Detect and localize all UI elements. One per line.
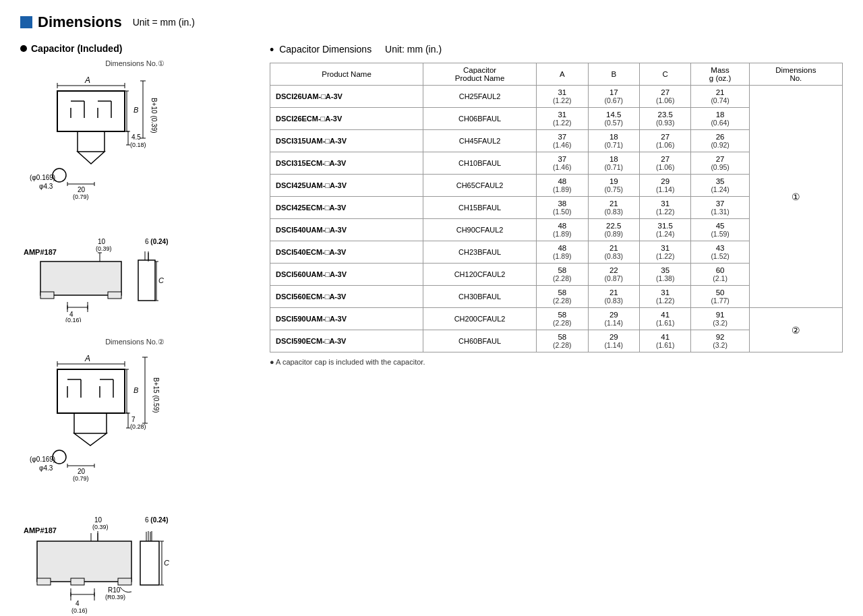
svg-marker-80 xyxy=(74,433,107,445)
cell-cap-product-name: CH10BFAUL xyxy=(423,152,537,175)
cell-c: 31(1.22) xyxy=(640,286,691,308)
svg-text:(0.79): (0.79) xyxy=(73,475,89,482)
svg-rect-42 xyxy=(40,261,121,295)
cell-a: 37(1.46) xyxy=(537,152,588,175)
svg-text:B: B xyxy=(133,106,138,114)
cell-mass: 50(1.77) xyxy=(691,286,749,308)
cell-cap-product-name: CH120CFAUL2 xyxy=(423,264,537,286)
cell-b: 29(1.14) xyxy=(588,330,639,352)
cell-product-name: DSCI560ECM-□A-3V xyxy=(270,286,423,308)
svg-text:C: C xyxy=(158,276,164,284)
cell-cap-product-name: CH200CFAUL2 xyxy=(423,308,537,330)
svg-text:(0.79): (0.79) xyxy=(73,193,89,200)
svg-rect-43 xyxy=(40,292,54,299)
svg-text:10: 10 xyxy=(94,516,102,524)
svg-marker-21 xyxy=(78,152,105,164)
cell-mass: 35(1.24) xyxy=(691,175,749,197)
cell-b: 19(0.75) xyxy=(588,175,639,197)
svg-text:(R0.39): (R0.39) xyxy=(105,594,125,600)
svg-text:20: 20 xyxy=(78,468,86,475)
svg-text:B: B xyxy=(133,386,138,394)
cell-product-name: DSCI425ECM-□A-3V xyxy=(270,197,423,219)
cell-a: 58(2.28) xyxy=(537,286,588,308)
cell-cap-product-name: CH65CFAUL2 xyxy=(423,175,537,197)
diagram-1b-container: AMP#187 10 (0.39) 6 (0.24) C xyxy=(20,235,249,324)
cell-mass: 21(0.74) xyxy=(691,86,749,108)
cell-b: 18(0.71) xyxy=(588,152,639,175)
svg-text:6 (0.24): 6 (0.24) xyxy=(145,516,168,524)
svg-text:A: A xyxy=(84,354,90,363)
diagram-2-container: A B xyxy=(20,349,249,499)
svg-text:C: C xyxy=(164,559,169,567)
svg-rect-4 xyxy=(57,91,125,131)
cell-c: 27(1.06) xyxy=(640,86,691,108)
diagram-1b-svg: AMP#187 10 (0.39) 6 (0.24) C xyxy=(20,235,222,322)
unit-label: Unit = mm (in.) xyxy=(133,17,195,28)
diagram-1-label: Dimensions No.① xyxy=(20,59,249,68)
cell-dim-no-2: ② xyxy=(749,308,842,352)
cell-b: 17(0.67) xyxy=(588,86,639,108)
svg-text:(φ0.169): (φ0.169) xyxy=(30,174,55,181)
diagram-1-container: Dimensions No.① A B xyxy=(20,59,249,221)
svg-text:(0.16): (0.16) xyxy=(65,317,82,322)
cell-cap-product-name: CH25FAUL2 xyxy=(423,86,537,108)
col-c: C xyxy=(640,63,691,86)
cell-b: 21(0.83) xyxy=(588,286,639,308)
cell-c: 23.5(0.93) xyxy=(640,108,691,130)
dimensions-table: Product Name CapacitorProduct Name A B C… xyxy=(270,63,843,352)
svg-rect-45 xyxy=(138,260,155,301)
svg-text:A: A xyxy=(84,75,90,85)
cell-mass: 27(0.95) xyxy=(691,152,749,175)
svg-text:10: 10 xyxy=(98,238,106,245)
cell-c: 27(1.06) xyxy=(640,152,691,175)
svg-rect-104 xyxy=(118,578,131,585)
svg-text:(0.18): (0.18) xyxy=(130,142,146,148)
cell-b: 21(0.83) xyxy=(588,197,639,219)
svg-text:B+10 (0.39): B+10 (0.39) xyxy=(150,98,158,133)
cell-a: 58(2.28) xyxy=(537,308,588,330)
cell-cap-product-name: CH15BFAUL xyxy=(423,197,537,219)
table-header-row: Product Name CapacitorProduct Name A B C… xyxy=(270,63,843,86)
cell-product-name: DSCI560UAM-□A-3V xyxy=(270,264,423,286)
cell-c: 27(1.06) xyxy=(640,130,691,152)
svg-text:(φ0.169): (φ0.169) xyxy=(30,456,55,463)
diagram-2-label: Dimensions No.② xyxy=(20,338,249,346)
page-title: Dimensions xyxy=(38,13,122,31)
cell-cap-product-name: CH60BFAUL xyxy=(423,330,537,352)
diagram-2-svg: A B xyxy=(20,349,222,497)
svg-text:(0.39): (0.39) xyxy=(92,524,109,530)
svg-rect-44 xyxy=(108,292,121,299)
diagram-2b-container: AMP#187 10 (0.39) 6 (0.24) xyxy=(20,513,249,616)
svg-text:20: 20 xyxy=(78,186,86,193)
cell-mass: 18(0.64) xyxy=(691,108,749,130)
svg-text:AMP#187: AMP#187 xyxy=(24,248,57,256)
cell-c: 41(1.61) xyxy=(640,330,691,352)
cell-a: 31(1.22) xyxy=(537,108,588,130)
svg-text:(0.28): (0.28) xyxy=(130,423,146,430)
diagram-1-svg: A B xyxy=(20,71,222,219)
col-mass: Massg (oz.) xyxy=(691,63,749,86)
cell-a: 31(1.22) xyxy=(537,86,588,108)
svg-rect-103 xyxy=(71,578,84,585)
cell-product-name: DSCI26UAM-□A-3V xyxy=(270,86,423,108)
svg-text:4: 4 xyxy=(76,600,80,607)
cap-dim-header: • Capacitor Dimensions Unit: mm (in.) xyxy=(270,43,843,57)
cell-b: 22(0.87) xyxy=(588,264,639,286)
col-cap-product-name: CapacitorProduct Name xyxy=(423,63,537,86)
table-row: DSCI26UAM-□A-3VCH25FAUL231(1.22)17(0.67)… xyxy=(270,86,843,108)
cell-a: 58(2.28) xyxy=(537,330,588,352)
cell-c: 29(1.14) xyxy=(640,175,691,197)
cell-mass: 37(1.31) xyxy=(691,197,749,219)
svg-text:4.5: 4.5 xyxy=(131,133,141,141)
cell-a: 38(1.50) xyxy=(537,197,588,219)
cell-c: 31(1.22) xyxy=(640,197,691,219)
cell-a: 48(1.89) xyxy=(537,175,588,197)
cell-product-name: DSCI26ECM-□A-3V xyxy=(270,108,423,130)
right-column: • Capacitor Dimensions Unit: mm (in.) Pr… xyxy=(270,43,843,616)
cell-b: 29(1.14) xyxy=(588,308,639,330)
col-dim-no: DimensionsNo. xyxy=(749,63,842,86)
svg-rect-101 xyxy=(37,541,131,582)
cell-product-name: DSCI540UAM-□A-3V xyxy=(270,219,423,241)
header-title: Dimensions Unit = mm (in.) xyxy=(20,13,195,31)
cell-cap-product-name: CH06BFAUL xyxy=(423,108,537,130)
